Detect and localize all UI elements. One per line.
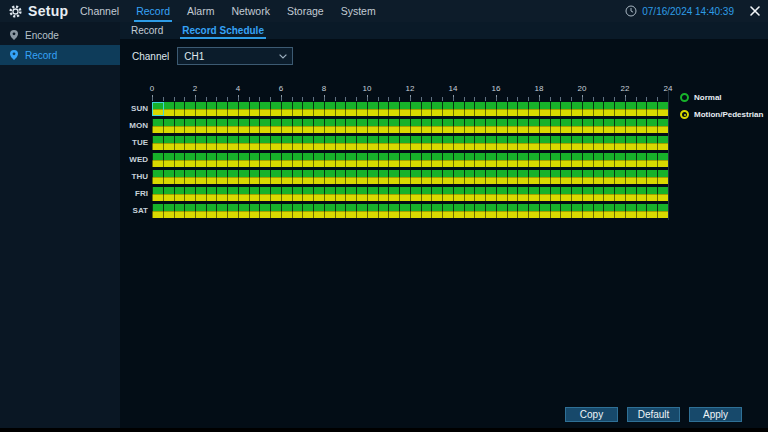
normal-band [152, 170, 668, 177]
encode-icon [10, 30, 18, 40]
schedule-day-row: WED [120, 153, 768, 167]
clock-icon [625, 5, 637, 17]
copy-button[interactable]: Copy [565, 407, 618, 422]
motion-legend-icon [680, 110, 689, 119]
normal-band [152, 153, 668, 160]
normal-band [152, 187, 668, 194]
schedule-bar-thu[interactable] [152, 170, 668, 184]
topbar: Setup Channel Record Alarm Network Stora… [0, 0, 768, 22]
legend-item-motion: Motion/Pedestrian [680, 110, 763, 119]
record-icon [10, 50, 18, 60]
setup-window: Setup Channel Record Alarm Network Stora… [0, 0, 768, 432]
day-label: TUE [120, 136, 148, 150]
legend-label: Motion/Pedestrian [694, 110, 763, 119]
schedule-day-row: TUE [120, 136, 768, 150]
gear-icon [9, 5, 22, 18]
app-brand: Setup [9, 0, 68, 22]
main-menu: Channel Record Alarm Network Storage Sys… [78, 0, 378, 22]
schedule-bar-sun[interactable] [152, 102, 668, 116]
normal-band [152, 119, 668, 126]
footer-buttons: Copy Default Apply [565, 407, 742, 422]
menu-item-storage[interactable]: Storage [285, 0, 326, 22]
motion-band [152, 211, 668, 218]
selection-cursor [152, 102, 164, 116]
sidebar-item-encode[interactable]: Encode [0, 25, 120, 45]
menu-item-network[interactable]: Network [229, 0, 272, 22]
hour-label: 16 [492, 84, 501, 93]
motion-band [152, 160, 668, 167]
sidebar-item-record[interactable]: Record [0, 45, 120, 65]
sidebar: Encode Record [0, 22, 120, 428]
close-icon[interactable] [749, 5, 761, 17]
hour-label: 6 [279, 84, 283, 93]
hour-label: 12 [406, 84, 415, 93]
legend-item-normal: Normal [680, 93, 763, 102]
schedule-bar-fri[interactable] [152, 187, 668, 201]
day-label: THU [120, 170, 148, 184]
hour-ticks-minor [152, 97, 669, 101]
day-label: SAT [120, 204, 148, 218]
hour-label: 2 [193, 84, 197, 93]
motion-band [152, 143, 668, 150]
legend: Normal Motion/Pedestrian [680, 93, 763, 119]
day-label: FRI [120, 187, 148, 201]
hour-label: 0 [150, 84, 154, 93]
schedule-day-row: SAT [120, 204, 768, 218]
hour-label: 14 [449, 84, 458, 93]
motion-band [152, 109, 668, 116]
schedule-day-row: FRI [120, 187, 768, 201]
page-title: Setup [28, 3, 68, 19]
motion-band [152, 126, 668, 133]
menu-item-system[interactable]: System [339, 0, 378, 22]
menu-item-alarm[interactable]: Alarm [185, 0, 216, 22]
motion-band [152, 177, 668, 184]
day-label: MON [120, 119, 148, 133]
topbar-right: 07/16/2024 14:40:39 [625, 0, 761, 22]
normal-band [152, 136, 668, 143]
normal-legend-icon [680, 93, 689, 102]
schedule-bar-sat[interactable] [152, 204, 668, 218]
hour-label: 18 [535, 84, 544, 93]
schedule-day-row: SUN [120, 102, 768, 116]
hour-label: 10 [363, 84, 372, 93]
hour-label: 8 [322, 84, 326, 93]
bottom-edge [0, 428, 768, 432]
day-label: WED [120, 153, 148, 167]
main-panel: Record Record Schedule Channel CH1 0 2 4… [120, 22, 768, 428]
apply-button[interactable]: Apply [689, 407, 742, 422]
legend-label: Normal [694, 93, 722, 102]
schedule-bar-tue[interactable] [152, 136, 668, 150]
day-label: SUN [120, 102, 148, 116]
menu-item-channel[interactable]: Channel [78, 0, 121, 22]
schedule-bar-wed[interactable] [152, 153, 668, 167]
sidebar-item-label: Record [25, 50, 57, 61]
schedule-day-row: MON [120, 119, 768, 133]
motion-band [152, 194, 668, 201]
sidebar-item-label: Encode [25, 30, 59, 41]
hour-label: 4 [236, 84, 240, 93]
menu-item-record[interactable]: Record [134, 0, 172, 22]
datetime-display: 07/16/2024 14:40:39 [642, 6, 734, 17]
schedule-bar-mon[interactable] [152, 119, 668, 133]
normal-band [152, 204, 668, 211]
normal-band [152, 102, 668, 109]
hour-label: 22 [621, 84, 630, 93]
schedule-grid: 0 2 4 6 8 10 12 14 16 18 20 22 24 SUN [120, 22, 768, 428]
schedule-day-row: THU [120, 170, 768, 184]
hour-label: 20 [578, 84, 587, 93]
default-button[interactable]: Default [627, 407, 680, 422]
